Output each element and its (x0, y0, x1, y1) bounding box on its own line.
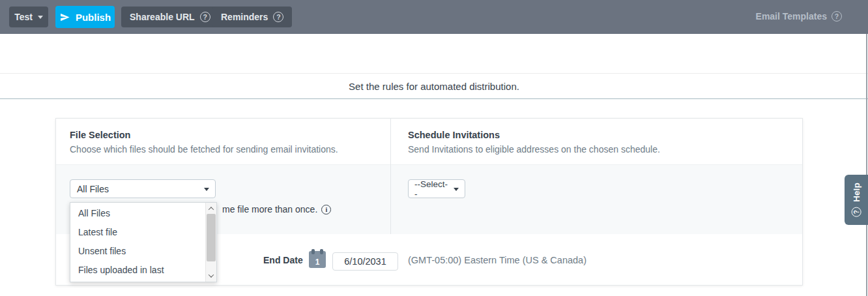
send-icon (59, 12, 70, 23)
chevron-up-icon (209, 207, 214, 212)
wizard-band: ✓ Set-Up ✓ Link Type ✓ Email Message ✓ F… (0, 34, 868, 74)
calendar-icon[interactable]: 1 (309, 251, 326, 268)
reminders-label: Reminders (221, 12, 268, 22)
page-subtitle: Set the rules for automated distribution… (0, 74, 868, 99)
publish-label: Publish (76, 12, 111, 23)
dropdown-option-latest-file[interactable]: Latest file (70, 223, 205, 242)
dropdown-option-unsent-files[interactable]: Unsent files (70, 242, 205, 261)
file-selection-description: Choose which files should be fetched for… (70, 144, 338, 155)
file-selection-dropdown-list: All Files Latest file Unsent files Files… (70, 202, 217, 282)
publish-button[interactable]: Publish (55, 6, 115, 28)
dropdown-items: All Files Latest file Unsent files Files… (70, 204, 205, 280)
question-icon[interactable]: ? (832, 11, 842, 22)
end-date-label: End Date (263, 255, 303, 265)
scroll-down-button[interactable] (206, 271, 216, 281)
file-selection-select[interactable]: All Files (70, 179, 216, 198)
shareable-url-button[interactable]: Shareable URL ? (121, 7, 219, 27)
shareable-url-label: Shareable URL (130, 12, 195, 22)
timezone-text: (GMT-05:00) Eastern Time (US & Canada) (408, 255, 586, 265)
info-icon[interactable]: i (321, 205, 331, 215)
help-tab[interactable]: ? Help (845, 175, 868, 225)
dropdown-scrollbar[interactable] (205, 203, 216, 282)
automation-settings-card: File Selection Choose which files should… (55, 118, 803, 286)
schedule-invitations-title: Schedule Invitations (408, 130, 500, 140)
test-dropdown-label: Test (14, 12, 33, 22)
question-icon[interactable]: ? (200, 12, 210, 22)
question-icon[interactable]: ? (273, 12, 283, 22)
chevron-down-icon (38, 16, 43, 19)
scroll-up-button[interactable] (206, 203, 216, 214)
file-selection-select-value: All Files (77, 184, 109, 194)
test-dropdown-button[interactable]: Test (9, 7, 48, 27)
chevron-down-icon (204, 188, 209, 191)
help-question-icon: ? (852, 207, 861, 217)
help-tab-label: Help (852, 183, 861, 201)
send-once-note: me file more than once. i (222, 204, 331, 215)
column-divider (390, 119, 391, 234)
schedule-invitations-description: Send Invitations to eligible addresses o… (408, 144, 660, 155)
email-templates-link[interactable]: Email Templates ? (756, 11, 842, 22)
email-templates-label: Email Templates (756, 11, 827, 22)
schedule-select[interactable]: --Select-- (408, 179, 465, 198)
chevron-down-icon (209, 272, 214, 277)
chevron-down-icon (454, 188, 459, 191)
dropdown-option-all-files[interactable]: All Files (70, 204, 205, 223)
subtitle-text: Set the rules for automated distribution… (349, 81, 519, 92)
dropdown-option-files-uploaded[interactable]: Files uploaded in last (70, 261, 205, 280)
file-selection-title: File Selection (70, 130, 130, 140)
send-once-note-text: me file more than once. (222, 204, 317, 215)
end-date-input[interactable] (332, 252, 398, 271)
right-edge-divider (866, 34, 867, 296)
schedule-select-value: --Select-- (414, 179, 450, 199)
top-toolbar: Test Publish Shareable URL ? Reminders ?… (0, 0, 868, 34)
scrollbar-thumb[interactable] (207, 214, 216, 261)
help-tab-inner: ? Help (852, 183, 861, 216)
reminders-button[interactable]: Reminders ? (212, 7, 292, 27)
calendar-day: 1 (309, 258, 326, 267)
page: Test Publish Shareable URL ? Reminders ?… (0, 0, 868, 296)
